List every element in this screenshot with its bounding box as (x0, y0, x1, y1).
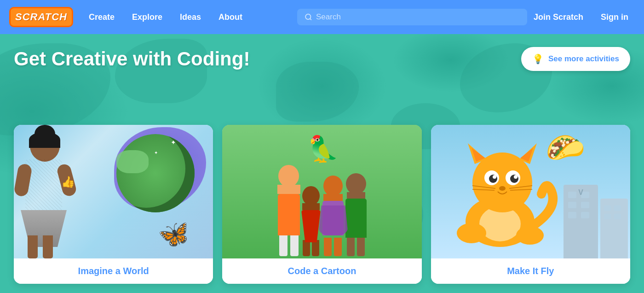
svg-point-4 (472, 152, 532, 212)
card-make-fly[interactable]: V 🌮 (431, 125, 630, 284)
card-cartoon-label: Code a Cartoon (222, 258, 421, 284)
nav-links: Create Explore Ideas About (82, 9, 297, 26)
svg-point-14 (514, 175, 518, 179)
nav-ideas[interactable]: Ideas (173, 9, 207, 26)
card-imagine-label: Imagine a World (14, 258, 213, 284)
card-imagine-image: ✦ ✦ 🦋 (14, 125, 213, 258)
svg-point-15 (499, 186, 506, 191)
bird-icon: 🦜 (307, 134, 339, 164)
hero-section: Get Creative with Coding! 💡 See more act… (0, 34, 644, 293)
card-imagine-world[interactable]: ✦ ✦ 🦋 (14, 125, 213, 284)
svg-line-1 (310, 18, 311, 20)
earth-globe (116, 134, 195, 212)
card-cartoon-image: 🦜 (222, 125, 421, 258)
svg-point-0 (305, 14, 310, 19)
building-right (600, 199, 628, 258)
bulb-icon: 💡 (532, 53, 544, 64)
card-code-cartoon[interactable]: 🦜 (222, 125, 421, 284)
card-fly-label: Make It Fly (431, 258, 630, 284)
continent-patch (116, 150, 149, 173)
star-icon-2: ✦ (154, 150, 158, 155)
activities-label: See more activities (548, 54, 619, 64)
nav-right: Join Scratch Sign in (527, 9, 635, 26)
hero-inner: Get Creative with Coding! 💡 See more act… (0, 34, 644, 293)
cartoon-characters (222, 165, 421, 256)
scratch-logo[interactable]: SCRATCH (9, 7, 73, 27)
see-more-activities-button[interactable]: 💡 See more activities (521, 47, 630, 71)
search-input[interactable] (316, 12, 520, 22)
nav-create[interactable]: Create (82, 9, 121, 26)
sign-in-button[interactable]: Sign in (594, 9, 635, 26)
woman-figure: 👍 (16, 129, 76, 258)
scratch-cat (440, 134, 569, 251)
nav-explore[interactable]: Explore (126, 9, 169, 26)
svg-point-20 (457, 223, 486, 243)
card-fly-image: V 🌮 (431, 125, 630, 258)
search-bar[interactable] (297, 9, 527, 25)
svg-point-13 (493, 175, 496, 179)
butterfly-icon: 🦋 (156, 217, 192, 252)
star-icon: ✦ (171, 139, 176, 146)
navbar: SCRATCH Create Explore Ideas About Join … (0, 0, 644, 34)
activity-cards: ✦ ✦ 🦋 (0, 125, 644, 284)
search-icon (305, 13, 312, 21)
nav-about[interactable]: About (212, 9, 249, 26)
join-scratch-button[interactable]: Join Scratch (527, 9, 590, 26)
